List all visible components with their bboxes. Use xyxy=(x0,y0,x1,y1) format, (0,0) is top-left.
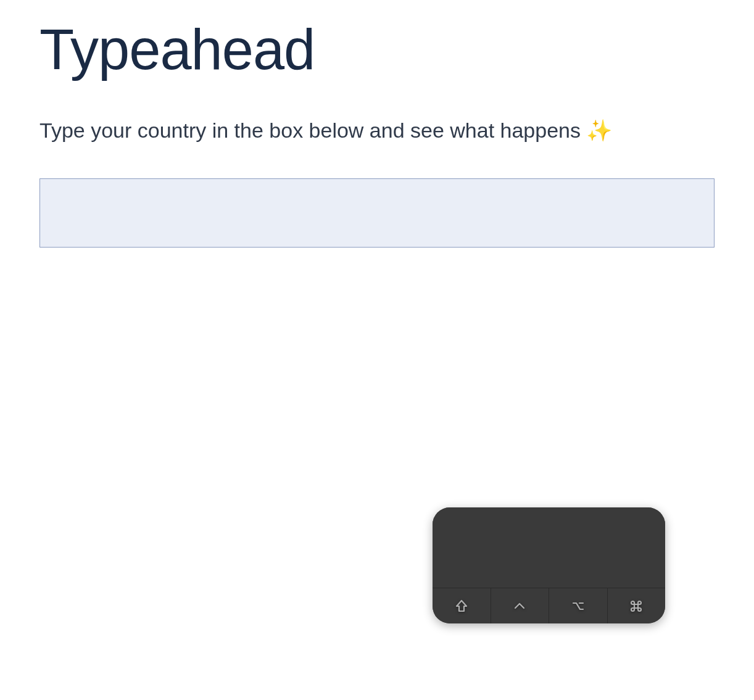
command-icon xyxy=(629,599,644,614)
shift-icon xyxy=(454,599,469,614)
control-key-indicator xyxy=(491,588,550,623)
instruction-label: Type your country in the box below and s… xyxy=(39,119,586,142)
keycast-modifier-row xyxy=(433,588,665,623)
keycast-widget xyxy=(433,507,665,623)
option-icon xyxy=(571,599,586,614)
instruction-text: Type your country in the box below and s… xyxy=(39,117,715,144)
country-input[interactable] xyxy=(39,178,715,248)
command-key-indicator xyxy=(608,588,666,623)
page-title: Typeahead xyxy=(39,19,715,81)
shift-key-indicator xyxy=(433,588,491,623)
sparkles-icon: ✨ xyxy=(586,119,612,142)
keycast-display xyxy=(433,507,665,588)
control-icon xyxy=(512,599,527,614)
option-key-indicator xyxy=(549,588,608,623)
main-container: Typeahead Type your country in the box b… xyxy=(0,0,754,266)
